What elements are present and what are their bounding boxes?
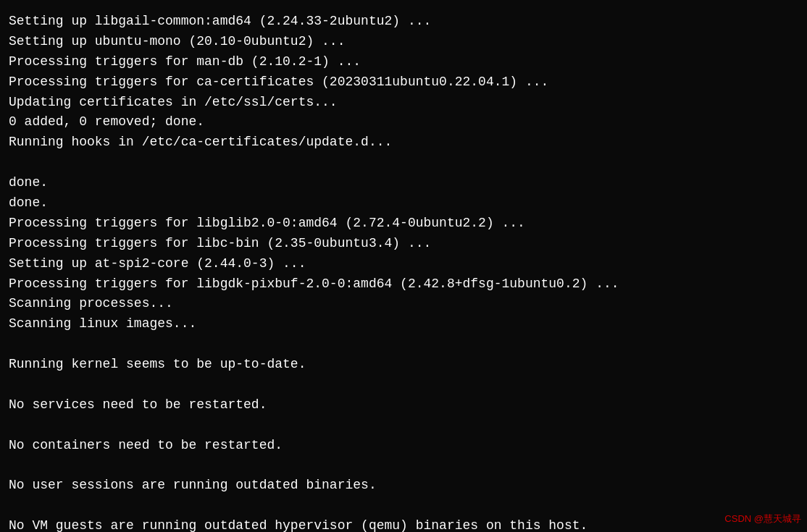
terminal-output: Setting up libgail-common:amd64 (2.24.33…: [9, 12, 798, 532]
watermark: CSDN @慧天城寻: [724, 512, 801, 526]
